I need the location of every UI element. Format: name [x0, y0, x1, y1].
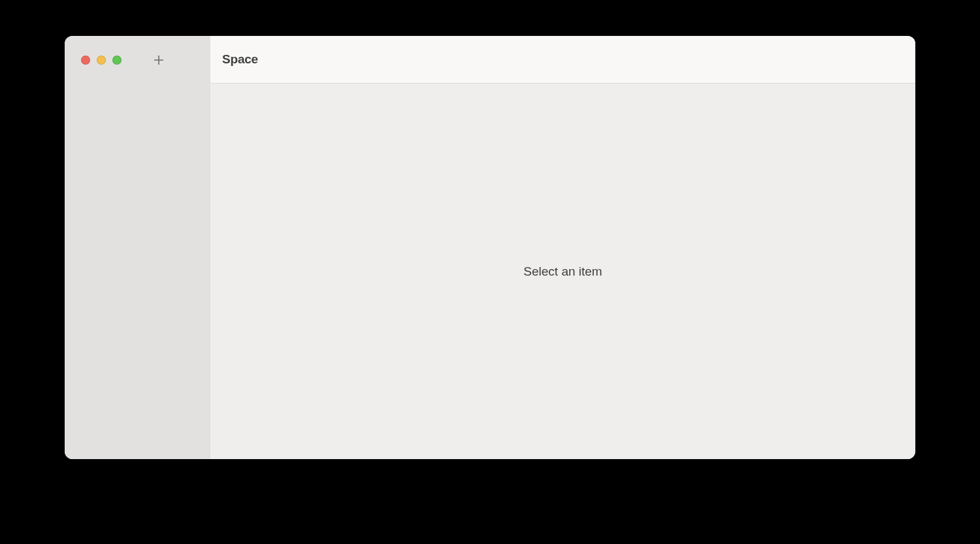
minimize-window-button[interactable] [97, 56, 106, 65]
titlebar: Space [210, 36, 915, 84]
plus-icon [153, 54, 165, 66]
main-area: Space Select an item [210, 36, 915, 459]
window-title: Space [222, 52, 258, 67]
add-button[interactable] [152, 53, 166, 67]
zoom-window-button[interactable] [112, 56, 122, 65]
window-controls [81, 56, 122, 65]
empty-state-text: Select an item [523, 264, 602, 279]
content-area: Select an item [210, 84, 915, 459]
app-window: Space Select an item [65, 36, 915, 459]
sidebar-toolbar [65, 36, 210, 84]
close-window-button[interactable] [81, 56, 90, 65]
sidebar [65, 36, 210, 459]
